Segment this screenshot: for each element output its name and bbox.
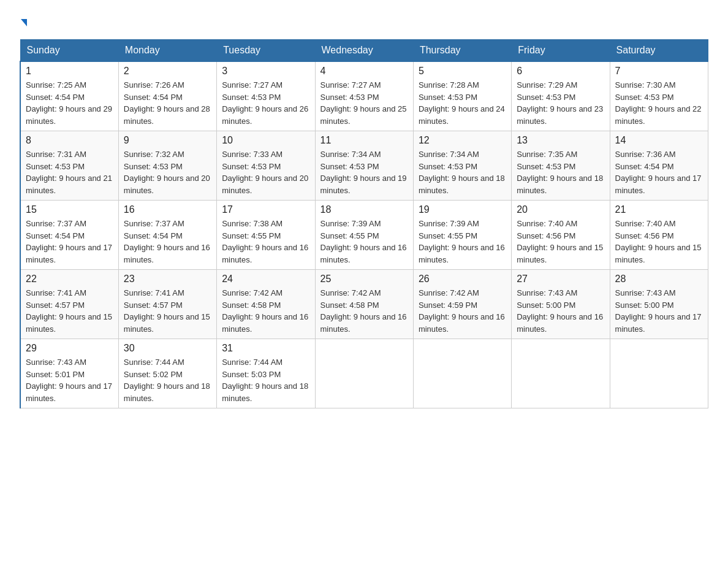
day-info: Sunrise: 7:32 AMSunset: 4:53 PMDaylight:… [124, 148, 211, 196]
day-info: Sunrise: 7:44 AMSunset: 5:03 PMDaylight:… [222, 356, 309, 404]
day-number: 21 [615, 204, 703, 215]
day-number: 11 [320, 135, 408, 146]
day-number: 8 [26, 135, 113, 146]
calendar-cell [413, 339, 511, 408]
day-info: Sunrise: 7:29 AMSunset: 4:53 PMDaylight:… [517, 79, 604, 127]
day-info: Sunrise: 7:35 AMSunset: 4:53 PMDaylight:… [517, 148, 604, 196]
logo [20, 15, 27, 29]
day-info: Sunrise: 7:37 AMSunset: 4:54 PMDaylight:… [124, 218, 211, 266]
day-number: 13 [517, 135, 604, 146]
day-info: Sunrise: 7:37 AMSunset: 4:54 PMDaylight:… [26, 218, 113, 266]
calendar-cell: 8Sunrise: 7:31 AMSunset: 4:53 PMDaylight… [20, 131, 118, 201]
calendar-cell: 22Sunrise: 7:41 AMSunset: 4:57 PMDayligh… [20, 270, 118, 339]
day-info: Sunrise: 7:41 AMSunset: 4:57 PMDaylight:… [26, 287, 113, 335]
day-info: Sunrise: 7:26 AMSunset: 4:54 PMDaylight:… [124, 79, 211, 127]
logo-triangle-icon [21, 19, 27, 26]
page-header [20, 15, 708, 29]
header-thursday: Thursday [413, 40, 511, 62]
day-info: Sunrise: 7:42 AMSunset: 4:59 PMDaylight:… [419, 287, 506, 335]
header-wednesday: Wednesday [315, 40, 413, 62]
day-info: Sunrise: 7:25 AMSunset: 4:54 PMDaylight:… [26, 79, 113, 127]
day-info: Sunrise: 7:43 AMSunset: 5:00 PMDaylight:… [517, 287, 604, 335]
day-info: Sunrise: 7:38 AMSunset: 4:55 PMDaylight:… [222, 218, 309, 266]
day-info: Sunrise: 7:33 AMSunset: 4:53 PMDaylight:… [222, 148, 309, 196]
header-saturday: Saturday [610, 40, 708, 62]
day-number: 1 [26, 66, 113, 77]
calendar-cell: 28Sunrise: 7:43 AMSunset: 5:00 PMDayligh… [610, 270, 708, 339]
day-number: 12 [419, 135, 506, 146]
day-number: 26 [419, 274, 506, 285]
calendar-cell: 10Sunrise: 7:33 AMSunset: 4:53 PMDayligh… [217, 131, 315, 201]
day-info: Sunrise: 7:28 AMSunset: 4:53 PMDaylight:… [419, 79, 506, 127]
calendar-cell: 30Sunrise: 7:44 AMSunset: 5:02 PMDayligh… [118, 339, 216, 408]
day-info: Sunrise: 7:34 AMSunset: 4:53 PMDaylight:… [320, 148, 408, 196]
calendar-table: SundayMondayTuesdayWednesdayThursdayFrid… [20, 39, 708, 408]
day-info: Sunrise: 7:42 AMSunset: 4:58 PMDaylight:… [222, 287, 309, 335]
day-number: 27 [517, 274, 604, 285]
calendar-cell: 19Sunrise: 7:39 AMSunset: 4:55 PMDayligh… [413, 201, 511, 270]
calendar-cell [512, 339, 610, 408]
day-number: 20 [517, 204, 604, 215]
day-number: 3 [222, 66, 309, 77]
calendar-cell: 4Sunrise: 7:27 AMSunset: 4:53 PMDaylight… [315, 61, 413, 131]
day-info: Sunrise: 7:42 AMSunset: 4:58 PMDaylight:… [320, 287, 408, 335]
calendar-cell: 11Sunrise: 7:34 AMSunset: 4:53 PMDayligh… [315, 131, 413, 201]
day-number: 5 [419, 66, 506, 77]
day-info: Sunrise: 7:43 AMSunset: 5:01 PMDaylight:… [26, 356, 113, 404]
calendar-cell: 18Sunrise: 7:39 AMSunset: 4:55 PMDayligh… [315, 201, 413, 270]
day-number: 2 [124, 66, 211, 77]
day-info: Sunrise: 7:31 AMSunset: 4:53 PMDaylight:… [26, 148, 113, 196]
calendar-cell: 7Sunrise: 7:30 AMSunset: 4:53 PMDaylight… [610, 61, 708, 131]
day-info: Sunrise: 7:27 AMSunset: 4:53 PMDaylight:… [320, 79, 408, 127]
day-number: 17 [222, 204, 309, 215]
day-number: 4 [320, 66, 408, 77]
day-number: 24 [222, 274, 309, 285]
calendar-header-row: SundayMondayTuesdayWednesdayThursdayFrid… [20, 40, 708, 62]
day-number: 23 [124, 274, 211, 285]
calendar-cell: 13Sunrise: 7:35 AMSunset: 4:53 PMDayligh… [512, 131, 610, 201]
calendar-cell: 12Sunrise: 7:34 AMSunset: 4:53 PMDayligh… [413, 131, 511, 201]
day-info: Sunrise: 7:36 AMSunset: 4:54 PMDaylight:… [615, 148, 703, 196]
calendar-cell: 2Sunrise: 7:26 AMSunset: 4:54 PMDaylight… [118, 61, 216, 131]
calendar-week-row: 29Sunrise: 7:43 AMSunset: 5:01 PMDayligh… [20, 339, 708, 408]
calendar-cell: 9Sunrise: 7:32 AMSunset: 4:53 PMDaylight… [118, 131, 216, 201]
day-info: Sunrise: 7:39 AMSunset: 4:55 PMDaylight:… [320, 218, 408, 266]
calendar-week-row: 22Sunrise: 7:41 AMSunset: 4:57 PMDayligh… [20, 270, 708, 339]
calendar-cell: 15Sunrise: 7:37 AMSunset: 4:54 PMDayligh… [20, 201, 118, 270]
day-number: 6 [517, 66, 604, 77]
day-number: 31 [222, 343, 309, 354]
calendar-week-row: 1Sunrise: 7:25 AMSunset: 4:54 PMDaylight… [20, 61, 708, 131]
day-info: Sunrise: 7:30 AMSunset: 4:53 PMDaylight:… [615, 79, 703, 127]
day-info: Sunrise: 7:43 AMSunset: 5:00 PMDaylight:… [615, 287, 703, 335]
day-info: Sunrise: 7:44 AMSunset: 5:02 PMDaylight:… [124, 356, 211, 404]
header-monday: Monday [118, 40, 216, 62]
day-info: Sunrise: 7:27 AMSunset: 4:53 PMDaylight:… [222, 79, 309, 127]
calendar-cell: 14Sunrise: 7:36 AMSunset: 4:54 PMDayligh… [610, 131, 708, 201]
day-number: 15 [26, 204, 113, 215]
calendar-cell: 5Sunrise: 7:28 AMSunset: 4:53 PMDaylight… [413, 61, 511, 131]
day-number: 19 [419, 204, 506, 215]
calendar-cell: 17Sunrise: 7:38 AMSunset: 4:55 PMDayligh… [217, 201, 315, 270]
day-info: Sunrise: 7:40 AMSunset: 4:56 PMDaylight:… [615, 218, 703, 266]
day-info: Sunrise: 7:40 AMSunset: 4:56 PMDaylight:… [517, 218, 604, 266]
day-number: 22 [26, 274, 113, 285]
calendar-cell: 1Sunrise: 7:25 AMSunset: 4:54 PMDaylight… [20, 61, 118, 131]
day-info: Sunrise: 7:41 AMSunset: 4:57 PMDaylight:… [124, 287, 211, 335]
day-number: 16 [124, 204, 211, 215]
calendar-cell: 27Sunrise: 7:43 AMSunset: 5:00 PMDayligh… [512, 270, 610, 339]
calendar-cell: 21Sunrise: 7:40 AMSunset: 4:56 PMDayligh… [610, 201, 708, 270]
day-number: 10 [222, 135, 309, 146]
header-tuesday: Tuesday [217, 40, 315, 62]
calendar-week-row: 15Sunrise: 7:37 AMSunset: 4:54 PMDayligh… [20, 201, 708, 270]
day-info: Sunrise: 7:39 AMSunset: 4:55 PMDaylight:… [419, 218, 506, 266]
calendar-cell: 6Sunrise: 7:29 AMSunset: 4:53 PMDaylight… [512, 61, 610, 131]
day-number: 18 [320, 204, 408, 215]
day-info: Sunrise: 7:34 AMSunset: 4:53 PMDaylight:… [419, 148, 506, 196]
calendar-cell: 23Sunrise: 7:41 AMSunset: 4:57 PMDayligh… [118, 270, 216, 339]
calendar-cell: 24Sunrise: 7:42 AMSunset: 4:58 PMDayligh… [217, 270, 315, 339]
calendar-cell: 20Sunrise: 7:40 AMSunset: 4:56 PMDayligh… [512, 201, 610, 270]
day-number: 25 [320, 274, 408, 285]
calendar-week-row: 8Sunrise: 7:31 AMSunset: 4:53 PMDaylight… [20, 131, 708, 201]
calendar-cell: 26Sunrise: 7:42 AMSunset: 4:59 PMDayligh… [413, 270, 511, 339]
calendar-cell: 29Sunrise: 7:43 AMSunset: 5:01 PMDayligh… [20, 339, 118, 408]
